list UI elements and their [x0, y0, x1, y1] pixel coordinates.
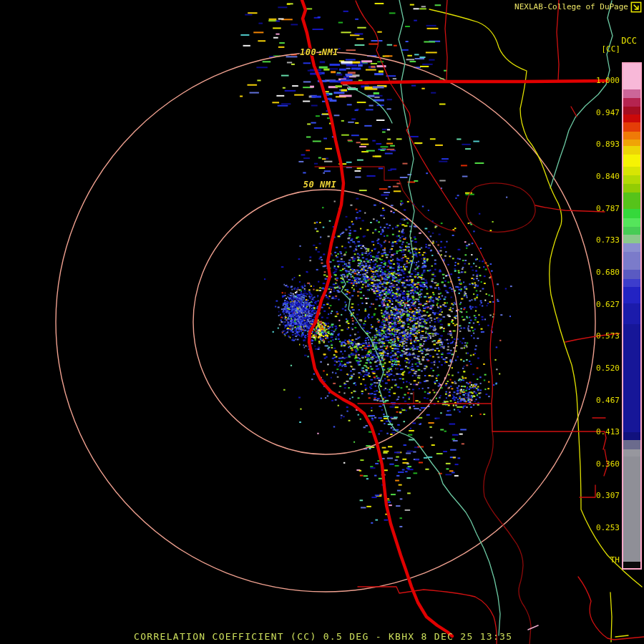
- colorbar-segment: [623, 227, 640, 235]
- colorbar-segment: [623, 184, 640, 192]
- map-path-river: [341, 275, 500, 635]
- colorbar-segment: [623, 562, 640, 568]
- map-path-river: [399, 0, 414, 273]
- map-path-road-minor: [565, 333, 620, 342]
- map-path-dash-pink: [528, 625, 538, 630]
- colorbar-segment: [623, 457, 640, 562]
- map-path-boundary-dark: [467, 183, 535, 232]
- colorbar-segment: [623, 270, 640, 279]
- colorbar-segment: [623, 89, 640, 98]
- colorbar-segment: [623, 107, 640, 114]
- colorbar-segment: [623, 243, 640, 252]
- status-bar-text: CORRELATION COEFFICIENT (CC) 0.5 DEG - K…: [134, 631, 512, 642]
- map-path-county: [615, 635, 628, 637]
- colorbar-segment: [623, 114, 640, 122]
- colorbar-segment: [623, 175, 640, 184]
- colorbar-segment: [623, 64, 640, 89]
- colorbar-segment: [623, 132, 640, 140]
- map-path-road-minor: [580, 485, 595, 497]
- colorbar-segment: [623, 167, 640, 175]
- product-field-label: [CC]: [602, 44, 621, 54]
- map-path-county: [429, 9, 642, 587]
- colorbar-segment: [623, 209, 640, 218]
- map-path-road-minor: [356, 1, 390, 82]
- map-path-road-minor: [445, 0, 447, 81]
- map-overlay: [0, 0, 644, 644]
- map-path-road-major: [302, 0, 452, 636]
- radar-display: NEXLAB-College of DuPage DCC [CC] 1.0000…: [0, 0, 644, 644]
- colorbar-segment: [623, 235, 640, 243]
- colorbar-segment: [623, 440, 640, 449]
- map-path-county: [610, 592, 612, 642]
- colorbar-segment: [623, 218, 640, 227]
- range-ring: [56, 52, 595, 592]
- map-path-boundary-dark: [484, 431, 531, 644]
- colorbar-segment: [623, 252, 640, 269]
- map-path-road-minor: [557, 0, 559, 81]
- map-path-road-minor: [358, 404, 606, 449]
- product-code-label: DCC: [621, 36, 637, 46]
- colorbar-segment: [623, 140, 640, 146]
- colorbar-segment: [623, 146, 640, 155]
- nexlab-logo-icon: [630, 1, 642, 13]
- map-path-road-major: [342, 81, 607, 83]
- colorbar-segment: [623, 98, 640, 107]
- header-title: NEXLAB-College of DuPage: [514, 2, 628, 11]
- map-path-road-minor: [391, 84, 494, 403]
- map-path-river: [348, 86, 392, 123]
- colorbar-segment: [623, 324, 640, 432]
- colorbar: [622, 62, 642, 570]
- colorbar-segment: [623, 303, 640, 324]
- colorbar-segment: [623, 279, 640, 287]
- colorbar-segment: [623, 192, 640, 209]
- range-ring: [193, 190, 458, 454]
- colorbar-segment: [623, 432, 640, 440]
- colorbar-segment: [623, 122, 640, 131]
- range-ring-label-100nmi: 100 NMI: [300, 47, 338, 57]
- colorbar-segment: [623, 155, 640, 167]
- colorbar-segment: [623, 449, 640, 457]
- map-path-road-minor: [571, 107, 577, 117]
- colorbar-segment: [623, 287, 640, 303]
- map-path-road-minor: [604, 449, 608, 476]
- map-path-river: [550, 1, 613, 188]
- range-ring-label-50nmi: 50 NMI: [303, 180, 336, 190]
